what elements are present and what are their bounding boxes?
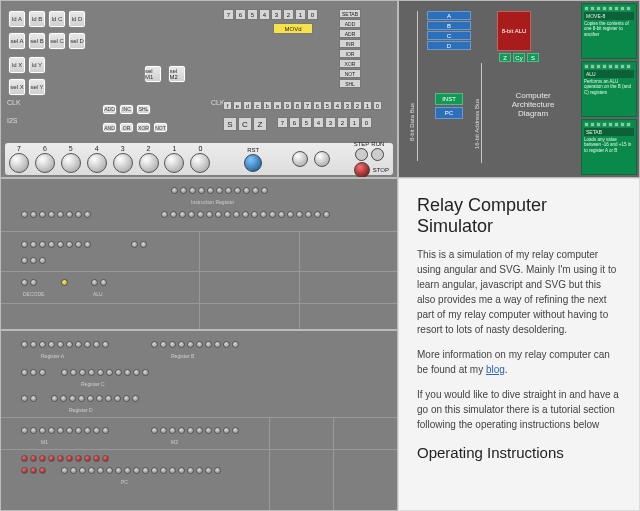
architecture-diagram: A B C D 8-bit ALU Z Cy S INST PC 8-bit D… bbox=[398, 0, 640, 178]
data-bits: 76543210 bbox=[223, 9, 318, 20]
switch-2[interactable] bbox=[139, 153, 159, 173]
key-and[interactable]: AND bbox=[102, 122, 117, 133]
led-panel-1: Instruction Register DECODE ALU bbox=[0, 178, 398, 330]
switch-row: 7 6 5 4 3 2 1 0 RST STEP RUN STOP bbox=[5, 143, 393, 175]
reset-button[interactable] bbox=[244, 154, 262, 172]
article-title: Relay Computer Simulator bbox=[417, 195, 621, 237]
reference-cards: MOVE-8 Copies the contents of one 8-bit … bbox=[581, 3, 637, 175]
article-h2: Operating Instructions bbox=[417, 444, 621, 461]
knob-1[interactable] bbox=[292, 151, 308, 167]
key-ld-d[interactable]: ld D bbox=[68, 10, 86, 28]
op-list: SETABADDADRINRIORXORNOTSHL bbox=[339, 9, 361, 88]
run-button[interactable] bbox=[371, 148, 384, 161]
led-panel-2: Register A Register B Register C Registe… bbox=[0, 330, 398, 511]
addr-bits: fedcba9876543210 bbox=[223, 101, 382, 110]
key-sel-y[interactable]: sel Y bbox=[28, 78, 46, 96]
key-ld-x[interactable]: ld X bbox=[8, 56, 26, 74]
key-sel-m1[interactable]: sel M1 bbox=[144, 65, 162, 83]
step-button[interactable] bbox=[355, 148, 368, 161]
dbus-label: 8-bit Data Bus bbox=[409, 103, 415, 141]
switch-4[interactable] bbox=[87, 153, 107, 173]
alu-box: 8-bit ALU bbox=[497, 11, 531, 51]
switch-5[interactable] bbox=[61, 153, 81, 173]
switch-0[interactable] bbox=[190, 153, 210, 173]
key-xor[interactable]: XOR bbox=[136, 122, 151, 133]
switch-6[interactable] bbox=[35, 153, 55, 173]
switch-1[interactable] bbox=[164, 153, 184, 173]
instr-display: MOVd bbox=[273, 23, 313, 34]
refcard-move8: MOVE-8 Copies the contents of one 8-bit … bbox=[581, 3, 637, 59]
abus-label: 16-bit Address Bus bbox=[474, 99, 480, 149]
diagram-title: Computer Architecture Diagram bbox=[503, 91, 563, 118]
knob-2[interactable] bbox=[314, 151, 330, 167]
key-sel-d[interactable]: sel D bbox=[68, 32, 86, 50]
key-ld-y[interactable]: ld Y bbox=[28, 56, 46, 74]
blog-link[interactable]: blog bbox=[486, 364, 505, 375]
key-sel-m2[interactable]: sel M2 bbox=[168, 65, 186, 83]
article-panel: Relay Computer Simulator This is a simul… bbox=[398, 178, 640, 511]
key-sel-a[interactable]: sel A bbox=[8, 32, 26, 50]
article-p1: This is a simulation of my relay compute… bbox=[417, 247, 621, 337]
i2s-label: I2S bbox=[7, 117, 18, 124]
key-not[interactable]: NOT bbox=[153, 122, 168, 133]
switch-7[interactable] bbox=[9, 153, 29, 173]
key-sel-b[interactable]: sel B bbox=[28, 32, 46, 50]
key-sel-c[interactable]: sel C bbox=[48, 32, 66, 50]
switch-3[interactable] bbox=[113, 153, 133, 173]
article-p3: If you would like to dive straight in an… bbox=[417, 387, 621, 432]
key-ld-a[interactable]: ld A bbox=[8, 10, 26, 28]
refcard-setab: SETAB Loads any value between -16 and +1… bbox=[581, 119, 637, 175]
key-ld-b[interactable]: ld B bbox=[28, 10, 46, 28]
flag-bits: SCZ 76543210 bbox=[223, 117, 372, 131]
key-sel-x[interactable]: sel X bbox=[8, 78, 26, 96]
key-ld-c[interactable]: ld C bbox=[48, 10, 66, 28]
key-add[interactable]: ADD bbox=[102, 104, 117, 115]
clk-label: CLK bbox=[7, 99, 21, 106]
key-shl[interactable]: SHL bbox=[136, 104, 151, 115]
key-inc[interactable]: INC bbox=[119, 104, 134, 115]
article-p2: More information on my relay computer ca… bbox=[417, 347, 621, 377]
stop-button[interactable] bbox=[354, 162, 370, 178]
control-panel: ld Ald Bld Cld D sel Asel Bsel Csel D ld… bbox=[0, 0, 398, 178]
key-or[interactable]: OR bbox=[119, 122, 134, 133]
refcard-alu: ALU Performs an ALU operation on the B (… bbox=[581, 61, 637, 117]
